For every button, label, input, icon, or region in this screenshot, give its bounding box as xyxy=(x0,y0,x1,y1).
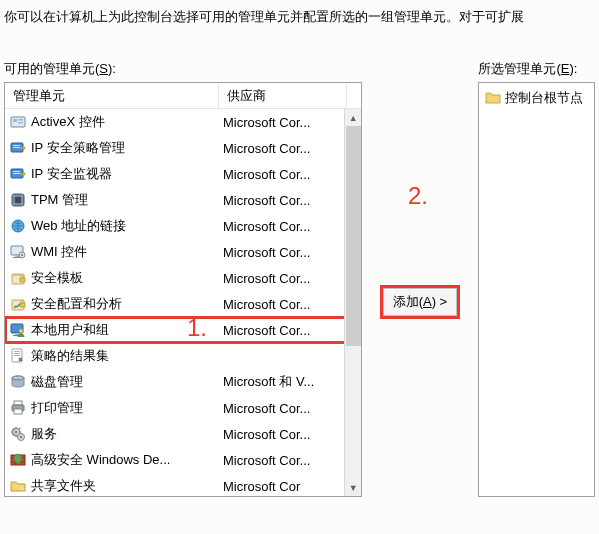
scroll-down-arrow[interactable]: ▼ xyxy=(345,479,362,496)
activex-icon xyxy=(9,114,27,130)
services-icon xyxy=(9,426,27,442)
dialog-description: 你可以在计算机上为此控制台选择可用的管理单元并配置所选的一组管理单元。对于可扩展 xyxy=(4,8,595,26)
item-name: 打印管理 xyxy=(31,399,219,417)
item-vendor: Microsoft Cor... xyxy=(219,245,347,260)
item-vendor: Microsoft Cor... xyxy=(219,323,347,338)
list-header: 管理单元 供应商 xyxy=(5,83,361,109)
list-item[interactable]: 策略的结果集 xyxy=(5,343,361,369)
svg-rect-18 xyxy=(15,255,19,257)
item-name: TPM 管理 xyxy=(31,191,219,209)
list-item[interactable]: 磁盘管理Microsoft 和 V... xyxy=(5,369,361,395)
item-name: IP 安全监视器 xyxy=(31,165,219,183)
svg-rect-37 xyxy=(14,401,22,405)
item-vendor: Microsoft Cor xyxy=(219,479,347,494)
item-vendor: Microsoft Cor... xyxy=(219,219,347,234)
item-name: IP 安全策略管理 xyxy=(31,139,219,157)
list-item[interactable]: 共享文件夹Microsoft Cor xyxy=(5,473,361,497)
list-item[interactable]: TPM 管理Microsoft Cor... xyxy=(5,187,361,213)
svg-point-13 xyxy=(21,195,23,197)
svg-rect-24 xyxy=(20,278,25,282)
svg-rect-11 xyxy=(15,197,21,203)
list-item[interactable]: ActiveX 控件Microsoft Cor... xyxy=(5,109,361,135)
available-snapins-label: 可用的管理单元(S): xyxy=(4,60,362,78)
ipsec-monitor-icon xyxy=(9,166,27,182)
svg-point-42 xyxy=(15,431,18,434)
svg-rect-5 xyxy=(13,145,20,146)
list-item[interactable]: 打印管理Microsoft Cor... xyxy=(5,395,361,421)
add-button[interactable]: 添加(A) > xyxy=(380,285,461,319)
item-vendor: Microsoft Cor... xyxy=(219,193,347,208)
scrollbar[interactable]: ▲ ▼ xyxy=(344,109,361,496)
item-name: 服务 xyxy=(31,425,219,443)
svg-rect-3 xyxy=(18,122,23,124)
item-vendor: Microsoft 和 V... xyxy=(219,373,347,391)
svg-point-44 xyxy=(20,436,23,439)
svg-point-15 xyxy=(21,203,23,205)
print-mgmt-icon xyxy=(9,400,27,416)
list-item[interactable]: Web 地址的链接Microsoft Cor... xyxy=(5,213,361,239)
firewall-icon xyxy=(9,452,27,468)
svg-rect-1 xyxy=(13,119,17,122)
svg-point-30 xyxy=(19,329,23,333)
tree-item-label: 控制台根节点 xyxy=(505,89,583,107)
svg-point-12 xyxy=(13,195,15,197)
scroll-up-arrow[interactable]: ▲ xyxy=(345,109,362,126)
console-root-node[interactable]: 控制台根节点 xyxy=(483,87,590,109)
item-vendor: Microsoft Cor... xyxy=(219,271,347,286)
header-vendor-col[interactable]: 供应商 xyxy=(219,83,347,108)
svg-rect-39 xyxy=(14,409,22,414)
svg-point-14 xyxy=(13,203,15,205)
list-item[interactable]: IP 安全策略管理Microsoft Cor... xyxy=(5,135,361,161)
list-item[interactable]: 安全模板Microsoft Cor... xyxy=(5,265,361,291)
list-item[interactable]: 安全配置和分析Microsoft Cor... xyxy=(5,291,361,317)
item-vendor: Microsoft Cor... xyxy=(219,401,347,416)
selected-snapins-label: 所选管理单元(E): xyxy=(478,60,595,78)
scroll-thumb[interactable] xyxy=(346,126,361,346)
item-name: 安全配置和分析 xyxy=(31,295,219,313)
svg-rect-2 xyxy=(18,119,23,121)
tpm-icon xyxy=(9,192,27,208)
list-item[interactable]: IP 安全监视器Microsoft Cor... xyxy=(5,161,361,187)
item-name: 共享文件夹 xyxy=(31,477,219,495)
item-vendor: Microsoft Cor... xyxy=(219,141,347,156)
svg-rect-26 xyxy=(20,303,25,307)
svg-rect-8 xyxy=(13,171,20,172)
header-name-col[interactable]: 管理单元 xyxy=(5,83,219,108)
list-item[interactable]: WMI 控件Microsoft Cor... xyxy=(5,239,361,265)
rsop-icon xyxy=(9,348,27,364)
disk-mgmt-icon xyxy=(9,374,27,390)
svg-rect-6 xyxy=(13,147,20,148)
ipsec-policy-icon xyxy=(9,140,27,156)
item-vendor: Microsoft Cor... xyxy=(219,453,347,468)
local-users-icon xyxy=(9,322,27,338)
list-item[interactable]: 服务Microsoft Cor... xyxy=(5,421,361,447)
item-vendor: Microsoft Cor... xyxy=(219,297,347,312)
svg-point-21 xyxy=(21,254,23,256)
security-config-icon xyxy=(9,296,27,312)
item-name: 磁盘管理 xyxy=(31,373,219,391)
svg-point-40 xyxy=(21,406,23,408)
svg-rect-32 xyxy=(14,351,20,352)
svg-rect-9 xyxy=(13,173,20,174)
svg-rect-34 xyxy=(14,355,20,356)
item-vendor: Microsoft Cor... xyxy=(219,167,347,182)
wmi-icon xyxy=(9,244,27,260)
item-name: 高级安全 Windows De... xyxy=(31,451,219,469)
item-name: 策略的结果集 xyxy=(31,347,219,365)
web-link-icon xyxy=(9,218,27,234)
folder-icon xyxy=(485,90,501,107)
item-name: Web 地址的链接 xyxy=(31,217,219,235)
item-vendor: Microsoft Cor... xyxy=(219,115,347,130)
item-name: 本地用户和组 xyxy=(31,321,219,339)
security-template-icon xyxy=(9,270,27,286)
list-item[interactable]: 本地用户和组Microsoft Cor... xyxy=(5,317,361,343)
shared-folder-icon xyxy=(9,478,27,494)
item-name: ActiveX 控件 xyxy=(31,113,219,131)
item-vendor: Microsoft Cor... xyxy=(219,427,347,442)
item-name: 安全模板 xyxy=(31,269,219,287)
selected-snapins-tree[interactable]: 控制台根节点 xyxy=(478,82,595,497)
item-name: WMI 控件 xyxy=(31,243,219,261)
list-item[interactable]: 高级安全 Windows De...Microsoft Cor... xyxy=(5,447,361,473)
available-snapins-list[interactable]: 管理单元 供应商 ActiveX 控件Microsoft Cor...IP 安全… xyxy=(4,82,362,497)
svg-point-47 xyxy=(22,488,25,491)
